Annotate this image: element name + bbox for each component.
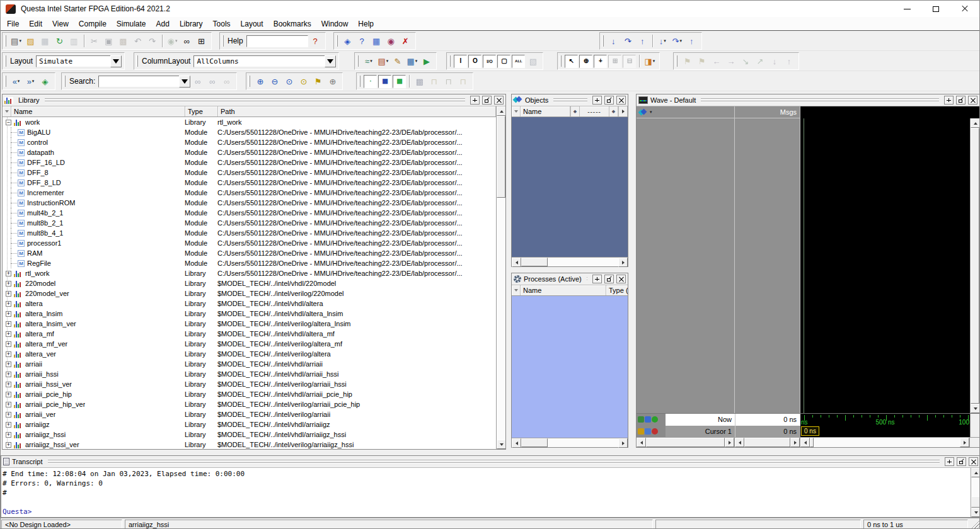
wave-horizontal-scrollbar[interactable] [800,438,970,447]
column-header-name[interactable]: Name [11,106,185,117]
tree-expander-icon[interactable]: + [6,442,11,448]
library-row-arriaii[interactable]: +arriaiiLibrary$MODEL_TECH/../intel/vhdl… [3,359,496,369]
values-horizontal-scrollbar[interactable] [735,438,800,447]
objects-close-button[interactable] [616,96,626,105]
close-button[interactable] [950,1,979,17]
export-wave-button[interactable]: ▶ [419,54,434,69]
transcript-vertical-scrollbar[interactable] [971,468,980,517]
columnlayout-select-arrow[interactable] [325,55,336,67]
tree-expander-icon[interactable]: + [6,271,11,276]
find-previous-button[interactable]: ∞ [205,74,219,89]
tree-expander-icon[interactable]: + [6,331,11,337]
scroll-track[interactable] [814,438,960,447]
scroll-left-button[interactable] [800,438,810,447]
menu-item-view[interactable]: View [47,18,74,30]
scroll-thumb[interactable] [971,128,979,404]
library-vertical-scrollbar[interactable] [496,106,505,449]
add-wave-group-button[interactable]: ▤▾ [376,54,390,69]
wave-drag-handle[interactable] [701,98,939,102]
tree-expander-icon[interactable]: + [6,281,11,287]
library-row-BigALU[interactable]: MBigALUModuleC:/Users/55011228/OneDrive … [3,127,496,137]
colorize-button[interactable]: ▧ [526,54,540,69]
library-row-220model[interactable]: +220modelLibrary$MODEL_TECH/../intel/vhd… [3,278,496,288]
verification-browser-button[interactable]: ◉ [384,34,398,48]
language-templates-button[interactable]: ? [355,34,369,48]
wave-close-button[interactable] [968,96,977,105]
scroll-track[interactable] [497,198,505,440]
tree-expander-icon[interactable]: + [6,341,11,347]
library-row-mult4b_2_1[interactable]: Mmult4b_2_1ModuleC:/Users/55011228/OneDr… [3,208,496,218]
library-row-220model_ver[interactable]: +220model_verLibrary$MODEL_TECH/../intel… [3,288,496,299]
scroll-right-button[interactable] [725,438,734,447]
wave-add-toolbar-handle[interactable] [357,55,359,67]
processes-column-name[interactable]: Name [521,285,606,295]
continue-run-button[interactable]: »▾ [23,74,38,89]
tree-expander-icon[interactable]: + [6,321,11,327]
print-button[interactable]: ▥ [67,34,81,48]
library-close-button[interactable] [494,96,504,105]
new-file-button[interactable]: ▤▾ [9,34,23,48]
library-row-InstructionROM[interactable]: MInstructionROMModuleC:/Users/55011228/O… [3,198,496,208]
scroll-thumb[interactable] [497,116,505,198]
help-input[interactable] [247,37,308,46]
save-button[interactable]: ▦ [38,34,52,48]
restart-button[interactable]: «▾ [9,74,23,89]
library-row-arriaiigz[interactable]: +arriaiigzLibrary$MODEL_TECH/../intel/vh… [3,419,496,429]
menu-item-window[interactable]: Window [316,18,354,30]
tree-expander-icon[interactable]: + [6,372,11,377]
wave-expand-button[interactable] [944,96,954,105]
transcript-drag-handle[interactable] [48,460,940,464]
search-input-arrow[interactable] [179,76,190,88]
zoom-other-button[interactable]: ⚑ [311,74,325,89]
library-row-arriaiigz_hssi_ver[interactable]: +arriaiigz_hssi_verLibrary$MODEL_TECH/..… [3,440,496,449]
zoom-in-button[interactable]: ⊕ [253,74,267,89]
step-over-instance-button[interactable]: ↷▾ [670,34,684,48]
undo-button[interactable]: ↶ [130,34,145,48]
menu-item-tools[interactable]: Tools [208,18,236,30]
scroll-left-button[interactable] [637,438,646,447]
tree-expander-icon[interactable]: + [6,311,11,317]
layout-toolbar-handle[interactable] [4,55,6,67]
library-row-arriaii_pcie_hip_ver[interactable]: +arriaii_pcie_hip_verLibrary$MODEL_TECH/… [3,399,496,409]
resize-grip[interactable] [971,520,980,529]
tree-expander-icon[interactable]: + [6,351,11,357]
library-row-arriaii_ver[interactable]: +arriaii_verLibrary$MODEL_TECH/../intel/… [3,409,496,419]
paste-button[interactable]: ▩ [116,34,130,48]
wave-paste-button[interactable]: ▩ [393,75,406,88]
zoom-between-cursors-button[interactable]: ⊙ [296,74,311,89]
zoom-selection-button[interactable]: ⊕ [325,74,340,89]
objects-drag-handle[interactable] [553,98,587,102]
cursor-time-box[interactable]: 0 ns [801,426,819,436]
tree-expander-icon[interactable]: − [6,120,11,125]
objects-list-area[interactable] [512,117,628,257]
wave-insert-button[interactable]: ▩ [412,74,427,89]
cursor-track[interactable]: 0 ns [800,426,970,437]
processes-list-area[interactable] [512,296,628,438]
library-row-DFF_8_LD[interactable]: MDFF_8_LDModuleC:/Users/55011228/OneDriv… [3,178,496,188]
edge-insert-button[interactable]: ⊓ [427,74,441,89]
step-into-instance-button[interactable]: ↓▾ [655,34,670,48]
library-row-work[interactable]: −workLibraryrtl_work [3,117,496,127]
open-file-button[interactable]: ▨ [23,34,38,48]
zoom-out-button[interactable]: ⊖ [267,74,282,89]
scroll-track[interactable] [971,477,980,496]
delete-cursor-icon[interactable] [652,428,658,435]
scroll-right-button[interactable] [960,438,969,447]
wave-cut-button[interactable]: ▩ [378,75,391,88]
library-row-altera_mf[interactable]: +altera_mfLibrary$MODEL_TECH/../intel/vh… [3,329,496,339]
menu-item-add[interactable]: Add [151,18,175,30]
names-horizontal-scrollbar[interactable] [637,438,735,447]
processes-drag-handle[interactable] [587,277,587,281]
scroll-up-button[interactable] [971,118,979,128]
scroll-right-button[interactable] [618,258,628,267]
assist-toolbar-handle[interactable] [336,35,338,47]
wave-vertical-scrollbar[interactable] [970,118,979,413]
wave-now-row[interactable]: Now 0 ns [637,414,800,426]
columnlayout-toolbar-handle[interactable] [136,55,138,67]
tree-expander-icon[interactable]: + [6,291,11,297]
save-wave-format-button[interactable]: ▦▾ [405,54,419,69]
step-into-button[interactable]: ↓ [606,34,621,48]
scroll-right-button[interactable] [618,438,628,448]
filter-inout-button[interactable]: I/O [483,55,496,68]
library-row-altera_ver[interactable]: +altera_verLibrary$MODEL_TECH/../intel/v… [3,349,496,359]
